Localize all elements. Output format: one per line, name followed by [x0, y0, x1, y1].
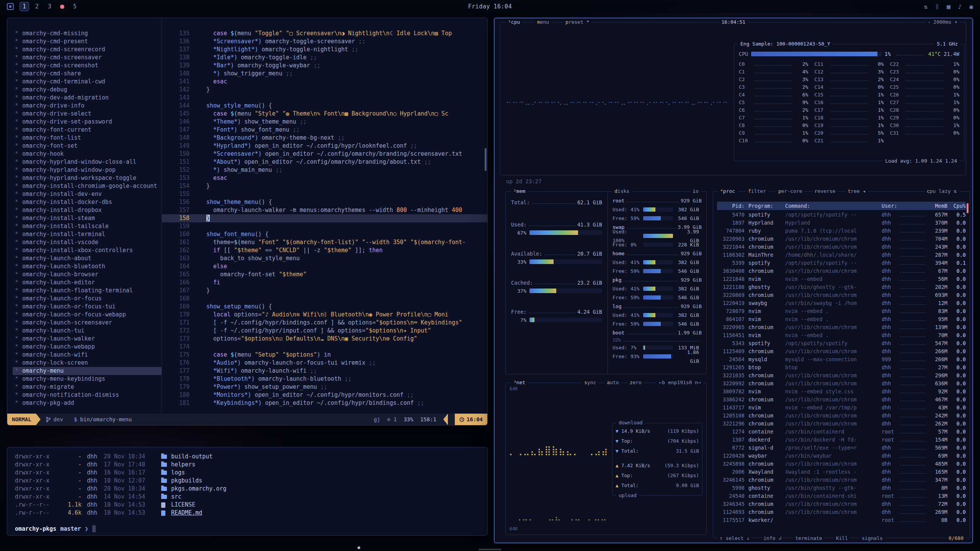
- file-tree-item[interactable]: *omarchy-font-set: [13, 142, 162, 150]
- process-row[interactable]: 1175517kworker/root0B0.0: [717, 516, 966, 524]
- file-tree-item[interactable]: *omarchy-launch-about: [13, 254, 162, 262]
- process-row[interactable]: 864107nvimnvim --embed .dhh95M0.0: [717, 315, 966, 323]
- file-tree-item[interactable]: *omarchy-install-tailscale: [13, 222, 162, 230]
- process-row[interactable]: 3220963chromium/usr/lib/chromium/chromdh…: [717, 235, 966, 243]
- file-tree-item[interactable]: *omarchy-launch-screensaver: [13, 319, 162, 327]
- volume-icon[interactable]: ♪: [958, 3, 962, 10]
- file-tree-item[interactable]: *omarchy-install-xbox-controllers: [13, 246, 162, 254]
- file-tree-item[interactable]: *omarchy-launch-browser: [13, 271, 162, 279]
- file-tree-item[interactable]: *omarchy-dev-add-migration: [13, 94, 162, 102]
- file-tree-item[interactable]: *omarchy-launch-floating-terminal: [13, 287, 162, 295]
- process-row[interactable]: 1274containe/usr/bin/containerdroot57M0.…: [717, 428, 966, 436]
- process-row[interactable]: 3220869chromium/usr/lib/chromium/chromdh…: [717, 291, 966, 299]
- process-row[interactable]: 1897HyprlandHyprlanddhh370M0.0: [717, 219, 966, 227]
- column-header[interactable]: Pid:: [717, 202, 745, 210]
- process-row[interactable]: 24540containe/usr/bin/containerd-shiroot…: [717, 492, 966, 500]
- file-tree-item[interactable]: *omarchy-hyprland-window-pop: [13, 166, 162, 174]
- file-tree-item[interactable]: *omarchy-install-terminal: [13, 230, 162, 238]
- proc-sort-control[interactable]: cpu lazy ⇅: [924, 188, 959, 194]
- process-row[interactable]: 5470spotify/opt/spotify/spotify --dhh657…: [717, 211, 966, 219]
- process-row[interactable]: 1156451nvimnvim --embed .dhh70M0.0: [717, 331, 966, 339]
- proc-option[interactable]: reverse: [813, 188, 838, 194]
- file-tree-item[interactable]: *omarchy-cmd-screenshot: [13, 62, 162, 70]
- process-row[interactable]: 3245898chromium/usr/lib/chromium/chromdh…: [717, 460, 966, 468]
- process-row[interactable]: 1205108chromium/usr/lib/chromium/chromdh…: [717, 412, 966, 420]
- process-row[interactable]: 1124693chromium/usr/lib/chromium/chromdh…: [717, 508, 966, 516]
- file-tree-item[interactable]: *omarchy-launch-walker: [13, 335, 162, 343]
- file-tree-item[interactable]: *omarchy-launch-or-focus-webapp: [13, 311, 162, 319]
- update-interval-control[interactable]: - 2000ms +: [925, 19, 960, 25]
- file-tree-item[interactable]: *omarchy-drive-select: [13, 110, 162, 118]
- process-row[interactable]: 1143717nvimnvim --embed /var/tmp/pdhh43M…: [717, 404, 966, 412]
- process-row[interactable]: 3221035chromium/usr/lib/chromium/chromdh…: [717, 372, 966, 380]
- process-row[interactable]: 5998ghostty/usr/bin/ghostty --gtk-dhh8M0…: [717, 484, 966, 492]
- proc-action[interactable]: signals: [860, 535, 885, 541]
- cpu-panel-title[interactable]: ¹cpu: [506, 19, 522, 25]
- file-tree-item[interactable]: *omarchy-menu-keybindings: [13, 375, 162, 383]
- process-row[interactable]: 3830408chromium/usr/lib/chromium/chromdh…: [717, 267, 966, 275]
- file-tree-item[interactable]: *omarchy-launch-webapp: [13, 343, 162, 351]
- file-tree-item[interactable]: *omarchy-hyprland-window-close-all: [13, 158, 162, 166]
- bluetooth-icon[interactable]: ᛒ: [935, 3, 939, 10]
- file-tree-item[interactable]: *omarchy-cmd-share: [13, 70, 162, 78]
- process-row[interactable]: 728079nvimnvim --embed .dhh83M0.0: [717, 307, 966, 315]
- file-tree-item[interactable]: *omarchy-cmd-terminal-cwd: [13, 78, 162, 86]
- cpu-preset-button[interactable]: preset *: [563, 19, 592, 25]
- file-tree-item[interactable]: *omarchy-menu: [13, 367, 162, 375]
- process-row[interactable]: 1221188ghostty/usr/bin/ghostty --gtk-dhh…: [717, 283, 966, 291]
- file-tree-item[interactable]: *omarchy-install-steam: [13, 214, 162, 222]
- file-tree-item[interactable]: *omarchy-install-vscode: [13, 238, 162, 246]
- process-row[interactable]: 1220428waybar/usr/bin/waybardhh69M0.0: [717, 452, 966, 460]
- proc-action[interactable]: terminate: [793, 535, 824, 541]
- net-control-auto[interactable]: auto: [605, 380, 621, 386]
- file-tree-item[interactable]: *omarchy-install-docker-dbs: [13, 198, 162, 206]
- proc-option[interactable]: filter: [746, 188, 768, 194]
- file-tree-item[interactable]: *omarchy-launch-wifi: [13, 351, 162, 359]
- file-tree-item[interactable]: *omarchy-drive-info: [13, 102, 162, 110]
- process-row[interactable]: 1307dockerd/usr/bin/dockerd -H fd:root15…: [717, 436, 966, 444]
- process-row[interactable]: 3246145chromium/usr/lib/chromium/chromdh…: [717, 476, 966, 484]
- proc-action[interactable]: info ↲: [761, 535, 783, 541]
- process-row[interactable]: 3221044chromium/usr/lib/chromium/chromdh…: [717, 243, 966, 251]
- file-tree-item[interactable]: *omarchy-launch-editor: [13, 279, 162, 287]
- process-row[interactable]: 747804rubypuma 7.1.0 (tcp://localdhh239M…: [717, 227, 966, 235]
- net-interface[interactable]: ←b enp191s0 n→: [657, 380, 703, 386]
- file-tree-item[interactable]: *omarchy-font-list: [13, 134, 162, 142]
- editor-scrollbar[interactable]: [485, 148, 487, 171]
- file-tree-item[interactable]: *omarchy-install-chromium-google-account: [13, 182, 162, 190]
- file-tree-item[interactable]: *omarchy-launch-bluetooth: [13, 262, 162, 271]
- process-row[interactable]: 5343spotify/opt/spotify/spotifydhh547M0.…: [717, 339, 966, 347]
- file-tree-item[interactable]: *omarchy-cmd-screensaver: [13, 54, 162, 62]
- file-tree-item[interactable]: *omarchy-launch-tui: [13, 327, 162, 335]
- process-row[interactable]: 6772signal-d/proc/self/exe --type=rdhh56…: [717, 444, 966, 452]
- column-header[interactable]: MemB: [927, 202, 947, 210]
- proc-scrollbar[interactable]: [967, 203, 969, 213]
- arrows-icon[interactable]: ⇅: [924, 3, 928, 10]
- process-row[interactable]: 3246345chromium/usr/lib/chromium/chromdh…: [717, 500, 966, 508]
- process-row[interactable]: 1221848nvimnvim --embeddhh56M0.0: [717, 275, 966, 283]
- file-tree-item[interactable]: *omarchy-install-dropbox: [13, 206, 162, 214]
- process-row[interactable]: 3386242chromium/usr/lib/chromium/chromdh…: [717, 396, 966, 404]
- process-table-header[interactable]: Pid:Program:Command:User:MemBCpu%: [717, 202, 966, 210]
- process-row[interactable]: 5399spotify/opt/spotify/spotify --dhh394…: [717, 259, 966, 267]
- terminal-cursor[interactable]: [92, 525, 96, 532]
- process-row[interactable]: 1220419swaybg/usr/bin/swaybg -i /homdhh1…: [717, 299, 966, 307]
- file-tree-item[interactable]: *omarchy-install-dev-env: [13, 190, 162, 198]
- file-tree-item[interactable]: *omarchy-hyprland-workspace-toggle: [13, 174, 162, 182]
- column-header[interactable]: Cpu%: [947, 202, 966, 210]
- file-tree-item[interactable]: *omarchy-cmd-missing: [13, 29, 162, 37]
- file-tree-item[interactable]: *omarchy-migrate: [13, 383, 162, 391]
- file-tree-item[interactable]: *omarchy-font-current: [13, 126, 162, 134]
- column-header[interactable]: User:: [882, 202, 900, 210]
- process-row[interactable]: 1291265btopbtopdhh27M0.0: [717, 364, 966, 372]
- file-tree-item[interactable]: *omarchy-pkg-add: [13, 399, 162, 407]
- file-tree-item[interactable]: *omarchy-hook: [13, 150, 162, 158]
- power-icon[interactable]: ◉: [969, 3, 973, 10]
- proc-option[interactable]: tree ◂: [846, 188, 867, 194]
- file-tree-item[interactable]: *omarchy-lock-screen: [13, 359, 162, 367]
- process-row[interactable]: 1186302MainThre/home/dhh/.local/share/dh…: [717, 251, 966, 259]
- cpu-menu-button[interactable]: menu: [535, 19, 551, 25]
- proc-option[interactable]: per-core: [776, 188, 804, 194]
- file-tree-item[interactable]: *omarchy-cmd-present: [13, 37, 162, 46]
- net-control-sync[interactable]: sync: [582, 380, 598, 386]
